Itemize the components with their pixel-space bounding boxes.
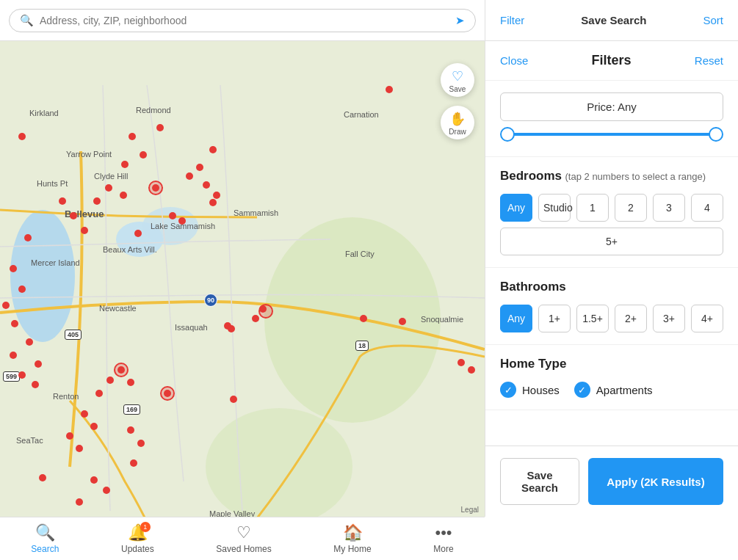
pin-29 [35, 360, 42, 368]
pin-34 [127, 379, 134, 386]
pin-cluster4 [258, 304, 273, 319]
filter-title: Filters [592, 53, 632, 68]
nav-my-home[interactable]: 🏠 My Home [333, 523, 371, 554]
pin-19 [169, 212, 176, 219]
price-slider-wrap [500, 133, 723, 136]
bathroom-1-5plus[interactable]: 1.5+ [576, 305, 609, 332]
pin-20 [178, 217, 186, 225]
heart-icon: ♡ [452, 68, 463, 84]
pin-10 [203, 181, 210, 189]
bathroom-any[interactable]: Any [500, 305, 532, 332]
bedroom-1[interactable]: 1 [576, 194, 609, 222]
bedroom-3[interactable]: 3 [653, 194, 685, 222]
pin-22 [24, 234, 32, 241]
more-icon: ••• [435, 523, 452, 542]
search-bar[interactable]: 🔍 ➤ [9, 9, 476, 32]
pin-39 [76, 445, 83, 452]
pin-26 [11, 320, 18, 327]
label-fallcity: Fall City [345, 250, 375, 258]
bedrooms-title: Bedrooms [500, 169, 562, 183]
bedroom-any[interactable]: Any [500, 194, 532, 222]
svg-point-5 [116, 222, 163, 257]
pin-11 [213, 192, 220, 199]
label-carnation: Carnation [344, 110, 379, 119]
home-type-houses[interactable]: ✓ Houses [500, 382, 560, 398]
home-type-apartments[interactable]: ✓ Apartments [574, 382, 653, 398]
bathroom-2plus[interactable]: 2+ [615, 305, 647, 332]
hw-405: 405 [65, 330, 82, 340]
pin-9 [186, 172, 193, 180]
bathroom-4plus[interactable]: 4+ [691, 305, 723, 332]
label-kirkland: Kirkland [29, 109, 59, 117]
filter-link[interactable]: Filter [500, 14, 524, 26]
bedrooms-section: Bedrooms (tap 2 numbers to select a rang… [485, 157, 738, 268]
label-redmond: Redmond [136, 106, 171, 114]
nav-saved-homes[interactable]: ♡ Saved Homes [216, 523, 271, 554]
pin-17 [70, 212, 77, 219]
nav-updates-label: Updates [121, 544, 154, 554]
bathroom-1plus[interactable]: 1+ [538, 305, 571, 332]
apply-button[interactable]: Apply (2K Results) [588, 458, 723, 505]
svg-point-0 [15, 210, 70, 327]
topbar-left: 🔍 ➤ [0, 0, 485, 41]
updates-badge: 1 [140, 522, 151, 532]
pin-15 [120, 192, 127, 199]
bedroom-2[interactable]: 2 [615, 194, 647, 222]
filter-reset[interactable]: Reset [695, 54, 723, 67]
bedrooms-subtitle: (tap 2 numbers to select a range) [565, 171, 706, 182]
label-beaux: Beaux Arts Vill. [103, 245, 157, 254]
pin-42 [130, 459, 137, 467]
pin-50 [457, 359, 465, 366]
nav-updates[interactable]: 🔔 1 Updates [121, 523, 154, 554]
updates-badge-wrap: 🔔 1 [128, 523, 148, 542]
sort-link[interactable]: Sort [703, 14, 723, 26]
pin-25 [2, 302, 10, 309]
nav-more[interactable]: ••• More [433, 523, 453, 554]
my-home-icon: 🏠 [343, 523, 363, 542]
bedroom-studio[interactable]: Studio [538, 194, 571, 222]
bedroom-5plus[interactable]: 5+ [500, 228, 723, 255]
pin-52 [230, 396, 237, 403]
save-search-toplink[interactable]: Save Search [581, 14, 646, 26]
location-icon[interactable]: ➤ [455, 14, 465, 27]
label-maplevalley: Maple Valley [209, 509, 255, 517]
label-mercer: Mercer Island [31, 258, 80, 267]
save-search-button[interactable]: Save Search [500, 458, 579, 505]
pin-35 [95, 390, 103, 397]
pin-6 [121, 161, 129, 168]
filter-panel: Close Filters Reset Price: Any Bedrooms … [485, 41, 738, 517]
pin-24 [18, 286, 26, 293]
bathroom-3plus[interactable]: 3+ [653, 305, 685, 332]
pin-27 [26, 338, 33, 346]
search-input[interactable] [40, 15, 449, 26]
pin-16 [59, 197, 66, 205]
filter-header: Close Filters Reset [485, 41, 738, 81]
home-type-options: ✓ Houses ✓ Apartments [500, 382, 723, 398]
price-button[interactable]: Price: Any [500, 92, 723, 121]
map-save-button[interactable]: ♡ Save [441, 63, 474, 97]
houses-label: Houses [522, 384, 560, 396]
topbar-right: Filter Save Search Sort [485, 0, 738, 41]
slider-thumb-right[interactable] [709, 127, 723, 142]
nav-search[interactable]: 🔍 Search [31, 523, 59, 554]
pin-54 [103, 487, 110, 494]
pin-13 [93, 197, 101, 205]
slider-track [503, 133, 720, 136]
bedroom-4[interactable]: 4 [691, 194, 723, 222]
pin-44 [252, 315, 259, 322]
draw-icon: ✋ [449, 111, 466, 127]
map-legal: Legal [461, 506, 479, 514]
slider-thumb-left[interactable] [500, 127, 515, 142]
label-hunts: Hunts Pt [37, 179, 68, 188]
map-draw-button[interactable]: ✋ Draw [441, 106, 474, 139]
pin-49 [399, 318, 406, 325]
svg-point-8 [206, 408, 352, 517]
pin-14 [105, 184, 112, 192]
svg-rect-3 [0, 41, 485, 517]
pin-37 [90, 423, 98, 430]
filter-close[interactable]: Close [500, 54, 528, 67]
search-icon: 🔍 [20, 14, 34, 27]
pin-1 [386, 86, 393, 93]
pin-51 [468, 366, 475, 374]
map-area[interactable]: Kirkland Redmond Yarrow Point Clyde Hill… [0, 41, 485, 517]
